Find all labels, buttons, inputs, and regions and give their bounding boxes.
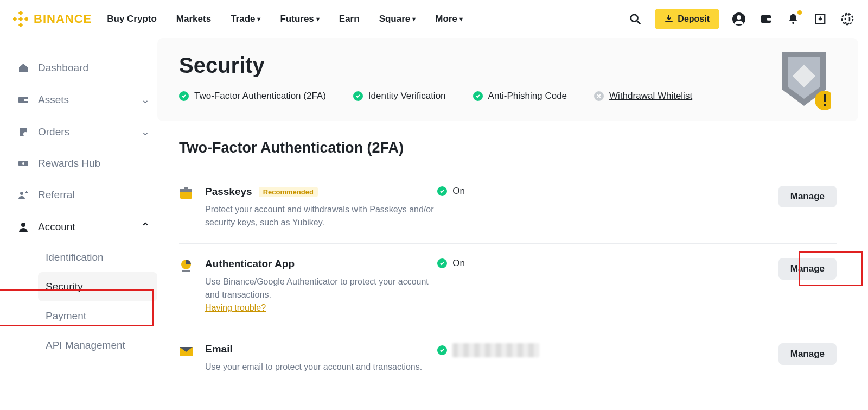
nav-markets[interactable]: Markets [176, 14, 211, 24]
sidebar-item-label: Account [38, 221, 141, 233]
sidebar-item-dashboard[interactable]: Dashboard [10, 52, 157, 84]
sidebar-item-rewards[interactable]: Rewards Hub [10, 148, 157, 179]
row-desc: Protect your account and withdrawals wit… [205, 203, 437, 229]
chevron-down-icon: ⌄ [141, 125, 150, 138]
notifications-icon[interactable] [786, 11, 801, 27]
status-2fa[interactable]: Two-Factor Authentication (2FA) [179, 91, 326, 102]
notification-dot-icon [797, 10, 802, 15]
orders-icon [17, 126, 29, 138]
ticket-icon [17, 157, 29, 169]
svg-rect-3 [18, 22, 23, 26]
user-icon [17, 221, 29, 233]
svg-rect-16 [24, 99, 29, 101]
manage-authenticator-button[interactable]: Manage [778, 258, 837, 280]
referral-icon [17, 189, 29, 201]
sidebar-account-submenu: Identification Security Payment API Mana… [10, 243, 157, 360]
svg-line-6 [637, 21, 641, 23]
sidebar-item-account[interactable]: Account ⌃ [10, 211, 157, 243]
row-title: Authenticator App [205, 258, 295, 270]
row-title: Email [205, 343, 233, 355]
svg-point-21 [20, 192, 23, 195]
row-status: On [437, 186, 546, 197]
svg-rect-10 [767, 18, 772, 21]
top-header: BINANCE Buy Crypto Markets Trade▾ Future… [0, 0, 868, 38]
x-icon [594, 91, 604, 101]
brand-logo[interactable]: BINANCE [13, 11, 92, 27]
row-desc: Use your email to protect your account a… [205, 361, 437, 374]
svg-rect-26 [824, 104, 826, 106]
nav-square[interactable]: Square▾ [379, 14, 416, 24]
recommended-tag: Recommended [259, 187, 318, 197]
nav-more[interactable]: More▾ [435, 14, 463, 24]
wallet-icon [17, 94, 29, 106]
page-title: Security [179, 53, 837, 78]
svg-rect-0 [18, 11, 23, 15]
row-title: Passkeys [205, 186, 252, 198]
nav-buy-crypto[interactable]: Buy Crypto [107, 14, 157, 24]
row-email: Email Use your email to protect your acc… [179, 329, 837, 388]
chevron-down-icon: ▾ [412, 15, 416, 23]
security-shield-badge-icon [777, 49, 831, 114]
chevron-down-icon: ▾ [459, 15, 463, 23]
sidebar-item-label: Orders [38, 126, 141, 138]
page-header-banner: Security Two-Factor Authentication (2FA)… [157, 38, 858, 121]
svg-rect-1 [13, 16, 17, 21]
sidebar-item-label: Referral [38, 189, 150, 201]
row-desc: Use Binance/Google Authenticator to prot… [205, 277, 429, 299]
email-icon [179, 344, 193, 358]
svg-point-5 [631, 14, 638, 21]
row-status [437, 343, 546, 357]
wallet-icon[interactable] [758, 11, 774, 27]
check-icon [437, 186, 447, 196]
security-status-row: Two-Factor Authentication (2FA) Identity… [179, 91, 837, 102]
nav-earn[interactable]: Earn [339, 14, 360, 24]
manage-passkeys-button[interactable]: Manage [778, 186, 837, 207]
row-authenticator: Authenticator App Use Binance/Google Aut… [179, 244, 837, 329]
binance-logo-icon [13, 11, 28, 27]
top-nav: Buy Crypto Markets Trade▾ Futures▾ Earn … [107, 14, 628, 24]
globe-icon[interactable] [840, 11, 855, 27]
sidebar-sub-payment[interactable]: Payment [38, 301, 157, 331]
download-icon [665, 15, 673, 23]
email-value-redacted [452, 343, 539, 357]
check-icon [179, 91, 189, 101]
sidebar-item-label: Assets [38, 94, 141, 106]
nav-futures[interactable]: Futures▾ [280, 14, 319, 24]
chevron-down-icon: ▾ [316, 15, 320, 23]
user-icon[interactable] [731, 11, 746, 27]
sidebar-item-label: Dashboard [38, 62, 150, 74]
svg-point-11 [792, 22, 794, 24]
authenticator-icon [179, 259, 193, 273]
manage-email-button[interactable]: Manage [778, 343, 837, 365]
svg-point-13 [842, 14, 853, 24]
nav-trade[interactable]: Trade▾ [231, 14, 260, 24]
sidebar-sub-identification[interactable]: Identification [38, 243, 157, 272]
download-app-icon[interactable] [813, 11, 828, 27]
svg-rect-2 [24, 16, 28, 21]
main-content: Security Two-Factor Authentication (2FA)… [157, 38, 868, 388]
sidebar-item-label: Rewards Hub [38, 157, 150, 169]
passkey-icon [179, 187, 193, 201]
sidebar-item-assets[interactable]: Assets ⌄ [10, 84, 157, 116]
having-trouble-link[interactable]: Having trouble? [205, 303, 266, 312]
sidebar-item-orders[interactable]: Orders ⌄ [10, 116, 157, 148]
svg-point-14 [845, 14, 850, 24]
sidebar-item-referral[interactable]: Referral [10, 179, 157, 211]
svg-rect-31 [182, 270, 190, 272]
chevron-up-icon: ⌃ [141, 220, 150, 233]
sidebar-sub-security[interactable]: Security [38, 272, 157, 301]
svg-rect-4 [18, 16, 23, 21]
check-icon [437, 258, 447, 268]
deposit-button[interactable]: Deposit [655, 9, 719, 29]
search-icon[interactable] [628, 11, 643, 27]
status-antiphishing[interactable]: Anti-Phishing Code [473, 91, 567, 102]
check-icon [437, 345, 447, 355]
status-withdrawal-whitelist[interactable]: Withdrawal Whitelist [594, 91, 692, 102]
svg-rect-25 [824, 94, 826, 102]
sidebar-sub-api[interactable]: API Management [38, 331, 157, 360]
status-identity[interactable]: Identity Verification [353, 91, 446, 102]
chevron-down-icon: ▾ [257, 15, 260, 23]
section-title: Two-Factor Authentication (2FA) [179, 140, 837, 156]
sidebar: Dashboard Assets ⌄ Orders ⌄ Rewards Hub … [0, 38, 157, 388]
svg-point-18 [23, 132, 28, 136]
